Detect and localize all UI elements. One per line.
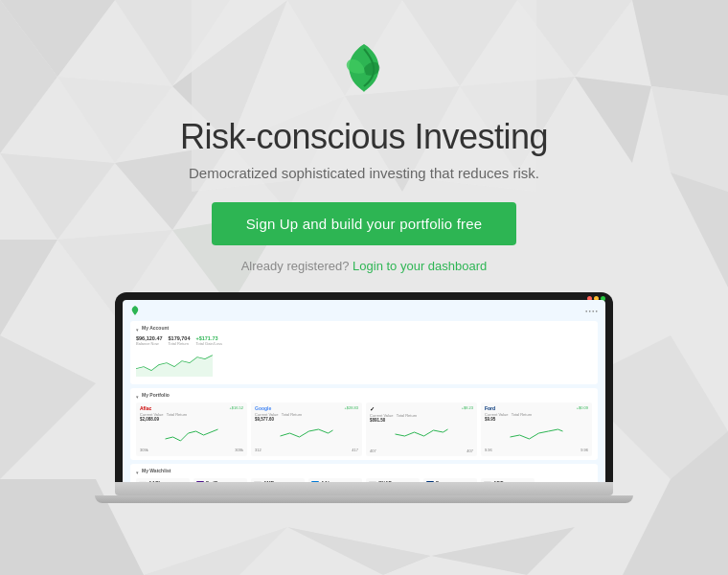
gain-label: Total Gain/Loss — [195, 341, 222, 346]
logo-icon — [330, 34, 398, 117]
total-return-label: Total Return — [169, 341, 191, 346]
nike-ticker: ✓ — [370, 405, 375, 412]
account-stats: $96,120.47 Balance Now $179,704 Total Re… — [136, 335, 222, 346]
portfolio-arrow: ▾ — [136, 394, 139, 400]
main-title: Risk-conscious Investing — [180, 117, 548, 157]
signup-button[interactable]: Sign Up and build your portfolio free — [212, 202, 517, 245]
login-line: Already registered? Login to your dashbo… — [241, 259, 488, 273]
watchlist-item-adt: ADT The ADT Co 127.45 +0.87% — [481, 478, 535, 482]
nike-chart — [370, 423, 473, 444]
google-chart — [255, 422, 358, 443]
portfolio-item-aflac: Aflac +$16.52 Current Value Total Return… — [136, 402, 247, 456]
aflac-ticker: Aflac — [140, 405, 151, 411]
watchlist-item-snap: SNAP Snap Inc 14.08 -0.03% — [366, 478, 420, 482]
account-arrow: ▾ — [136, 327, 139, 333]
aflac-change: +$16.52 — [229, 405, 243, 410]
account-section: ▾ My Account $96,120.47 Balance Now — [130, 321, 598, 384]
f-ticker: F — [436, 480, 458, 482]
portfolio-section: ▾ My Portfolio Aflac +$16.52 Current Val… — [130, 388, 598, 460]
watchlist-item-amd: AMD Advanced Micro 20.26 +0.65% — [251, 478, 305, 482]
google-ticker: Google — [255, 405, 271, 411]
aapl-ticker: AAPL — [148, 480, 163, 482]
account-title: My Account — [142, 325, 169, 331]
ford-change: +$0.09 — [577, 405, 588, 410]
watchlist-section: ▾ My Watchlist 🍎 — [130, 464, 598, 482]
ford-chart — [485, 422, 588, 443]
watchlist-item-fedex: F FedEx FedEx Corp 162.80 +0.42% — [193, 478, 247, 482]
balance-label: Balance Now — [136, 341, 163, 346]
google-high: 417 — [352, 448, 358, 452]
subtitle: Democratized sophisticated investing tha… — [189, 165, 539, 181]
svg-marker-25 — [287, 527, 431, 575]
dashboard-header: ● ● ● ● — [130, 306, 598, 317]
watchlist-title: My Watchlist — [142, 468, 171, 473]
watchlist-arrow: ▾ — [136, 470, 139, 475]
portfolio-title: My Portfolio — [142, 392, 170, 398]
account-chart — [136, 350, 213, 377]
svg-marker-26 — [431, 527, 575, 575]
portfolio-grid: Aflac +$16.52 Current Value Total Return… — [136, 402, 592, 456]
portfolio-item-google: Google +$28.83 Current Value Total Retur… — [251, 402, 362, 456]
aflac-high: 309k — [235, 448, 243, 452]
google-low: 312 — [255, 448, 262, 452]
portfolio-item-ford: Ford +$0.09 Current Value Total Return $… — [481, 402, 592, 456]
login-link[interactable]: Login to your dashboard — [353, 259, 487, 273]
amd-ticker: AMD — [263, 480, 287, 482]
laptop-bottom — [95, 495, 633, 503]
google-change: +$28.83 — [344, 405, 358, 410]
fedex-ticker: FedEx — [206, 480, 224, 482]
watchlist-item-aal: AAL American Airlines 31.82 +1.23% — [308, 478, 362, 482]
nike-high: 407 — [466, 448, 473, 453]
dashboard-nav: ● ● ● ● — [585, 309, 598, 313]
nike-low: 407 — [370, 448, 376, 453]
nike-change: +$8.23 — [462, 405, 473, 410]
laptop-base — [115, 482, 613, 495]
laptop-mockup: ● ● ● ● ▾ My Account $96,120 — [115, 292, 613, 503]
aflac-chart — [140, 422, 243, 443]
snap-ticker: SNAP — [378, 480, 392, 482]
ford-ticker: Ford — [485, 405, 495, 411]
watchlist-item-f: F F Ford Motor Co 9.65 +0.14% — [423, 478, 477, 482]
watchlist-item-aapl: 🍎 AAPL Apple Inc 100.58 +0.12% — [136, 478, 190, 482]
svg-marker-24 — [144, 527, 287, 575]
ford-high: 9.96 — [580, 448, 588, 452]
login-prefix: Already registered? — [241, 259, 350, 273]
aal-ticker: AAL — [321, 480, 347, 482]
portfolio-item-nike: ✓ +$8.23 Current Value Total Return $891… — [366, 402, 477, 456]
aflac-low: 309k — [140, 448, 148, 452]
adt-ticker: ADT — [493, 480, 512, 482]
watchlist-row: 🍎 AAPL Apple Inc 100.58 +0.12% — [136, 478, 592, 482]
ford-low: 9.96 — [485, 448, 492, 452]
